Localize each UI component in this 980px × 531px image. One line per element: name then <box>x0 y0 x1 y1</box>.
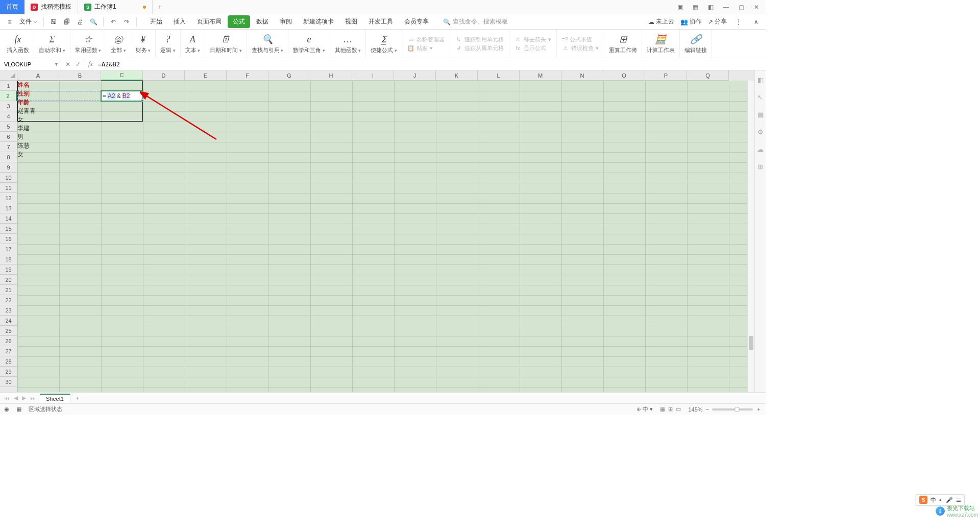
minimize-icon[interactable]: — <box>722 3 730 11</box>
app-menu-icon[interactable]: ≡ <box>4 16 15 28</box>
cell[interactable]: 女 <box>17 115 36 124</box>
row-header-4[interactable]: 4 <box>0 111 17 122</box>
tab-dev[interactable]: 开发工具 <box>363 15 398 28</box>
row-header-20[interactable]: 20 <box>0 275 17 285</box>
skin-icon[interactable]: ◧ <box>706 3 715 11</box>
col-header-Q[interactable]: Q <box>687 70 729 81</box>
redo-icon[interactable]: ↷ <box>121 16 132 28</box>
col-header-E[interactable]: E <box>185 70 227 81</box>
row-header-28[interactable]: 28 <box>0 356 17 367</box>
undo-icon[interactable]: ↶ <box>108 16 119 28</box>
col-header-F[interactable]: F <box>227 70 268 81</box>
ribbon-其他函数[interactable]: …其他函数 <box>330 30 366 58</box>
row-header-9[interactable]: 9 <box>0 162 17 173</box>
formula-input[interactable] <box>96 61 766 68</box>
tab-formula[interactable]: 公式 <box>228 15 250 28</box>
ribbon-便捷公式[interactable]: Σ̲便捷公式 <box>366 30 402 58</box>
zoom-control[interactable]: 145% − ＋ <box>688 405 762 413</box>
add-doc-tab[interactable]: ＋ <box>153 0 167 14</box>
cells-area[interactable]: 姓名性别年龄赵青青女李建男陈慧女 = A2 & B2 <box>17 81 754 392</box>
row-header-26[interactable]: 26 <box>0 336 17 346</box>
ribbon-自动求和[interactable]: Σ自动求和 <box>34 30 70 58</box>
pane-toggle-icon[interactable]: ◧ <box>756 76 765 84</box>
property-pane-icon[interactable]: ⚙ <box>756 128 765 136</box>
row-header-10[interactable]: 10 <box>0 173 17 183</box>
doc-tab-template[interactable]: D 找稻壳模板 <box>24 0 78 14</box>
save-icon[interactable]: 🖫 <box>48 16 59 28</box>
cloud-status[interactable]: ☁未上云 <box>648 17 674 26</box>
ribbon-全部[interactable]: ㊎全部 <box>106 30 131 58</box>
ribbon-逻辑[interactable]: ?逻辑 <box>156 30 181 58</box>
cell[interactable]: 女 <box>17 150 36 159</box>
sheet-tab-sheet1[interactable]: Sheet1 <box>40 394 70 403</box>
sheet-nav[interactable]: ⏮ ◀ ▶ ⏭ <box>0 395 40 401</box>
col-header-A[interactable]: A <box>17 70 59 81</box>
ribbon-重算工作簿[interactable]: ⊞重算工作簿 <box>604 30 642 58</box>
ribbon-插入函数[interactable]: fx插入函数 <box>2 30 34 58</box>
col-header-H[interactable]: H <box>310 70 352 81</box>
select-pane-icon[interactable]: ↖ <box>756 93 765 101</box>
tab-insert[interactable]: 插入 <box>168 15 191 28</box>
tab-newtab[interactable]: 新建选项卡 <box>298 15 339 28</box>
cell[interactable]: 赵青青 <box>17 107 36 115</box>
maximize-icon[interactable]: ▢ <box>737 3 745 11</box>
share-button[interactable]: ↗分享 <box>708 17 727 26</box>
cell[interactable]: 男 <box>17 133 36 141</box>
col-header-M[interactable]: M <box>520 70 561 81</box>
row-header-8[interactable]: 8 <box>0 152 17 162</box>
cell[interactable]: 性别 <box>17 89 36 98</box>
zoom-in-icon[interactable]: ＋ <box>756 405 762 413</box>
col-header-D[interactable]: D <box>143 70 185 81</box>
cell[interactable]: 李建 <box>17 124 36 133</box>
tab-layout[interactable]: 页面布局 <box>192 15 227 28</box>
cell[interactable]: 陈慧 <box>17 141 36 150</box>
row-header-15[interactable]: 15 <box>0 224 17 234</box>
tab-review[interactable]: 审阅 <box>275 15 297 28</box>
row-header-13[interactable]: 13 <box>0 203 17 213</box>
row-header-23[interactable]: 23 <box>0 305 17 316</box>
command-search[interactable]: 🔍 查找命令、搜索模板 <box>443 17 508 26</box>
row-header-29[interactable]: 29 <box>0 367 17 377</box>
accept-formula-icon[interactable]: ✓ <box>76 61 81 68</box>
sheet-first-icon[interactable]: ⏮ <box>4 395 10 401</box>
row-header-11[interactable]: 11 <box>0 183 17 193</box>
grid-apps-icon[interactable]: ▦ <box>691 3 699 11</box>
spreadsheet-grid[interactable]: ABCDEFGHIJKLMNOPQ 1234567891011121314151… <box>0 70 754 392</box>
ribbon-查找与引用[interactable]: 🔍查找与引用 <box>247 30 289 58</box>
style-pane-icon[interactable]: ▤ <box>756 110 765 118</box>
row-header-1[interactable]: 1 <box>0 81 17 91</box>
col-header-G[interactable]: G <box>268 70 310 81</box>
row-header-5[interactable]: 5 <box>0 122 17 132</box>
vertical-scrollbar[interactable] <box>747 81 754 392</box>
backup-pane-icon[interactable]: ☁ <box>756 145 765 153</box>
row-header-27[interactable]: 27 <box>0 346 17 356</box>
file-menu[interactable]: 文件 <box>17 17 39 26</box>
row-header-17[interactable]: 17 <box>0 244 17 254</box>
name-box-dropdown-icon[interactable]: ▼ <box>54 62 59 67</box>
sheet-last-icon[interactable]: ⏭ <box>30 395 36 401</box>
cell[interactable]: 年龄 <box>17 98 36 107</box>
row-header-18[interactable]: 18 <box>0 254 17 264</box>
ribbon-编辑链接[interactable]: 🔗编辑链接 <box>680 30 712 58</box>
row-header-30[interactable]: 30 <box>0 377 17 387</box>
ribbon-计算工作表[interactable]: 🧮计算工作表 <box>642 30 680 58</box>
row-header-7[interactable]: 7 <box>0 142 17 152</box>
fx-icon[interactable]: fx <box>85 60 96 68</box>
col-header-K[interactable]: K <box>436 70 478 81</box>
ribbon-日期和时间[interactable]: 🗓日期和时间 <box>205 30 247 58</box>
collapse-ribbon-icon[interactable]: ∧ <box>750 16 762 28</box>
row-header-22[interactable]: 22 <box>0 295 17 305</box>
row-header-16[interactable]: 16 <box>0 234 17 244</box>
row-headers[interactable]: 1234567891011121314151617181920212223242… <box>0 81 17 392</box>
col-header-I[interactable]: I <box>352 70 394 81</box>
ribbon-常用函数[interactable]: ☆常用函数 <box>70 30 107 58</box>
col-header-N[interactable]: N <box>561 70 603 81</box>
add-sheet-button[interactable]: ＋ <box>70 394 84 402</box>
row-header-25[interactable]: 25 <box>0 326 17 336</box>
view-pagebreak-icon[interactable]: ⊞ <box>668 406 673 413</box>
row-header-3[interactable]: 3 <box>0 101 17 111</box>
more-pane-icon[interactable]: ⊞ <box>756 162 765 171</box>
more-icon[interactable]: ⋮ <box>733 16 744 28</box>
row-header-12[interactable]: 12 <box>0 193 17 203</box>
cooperate-button[interactable]: 👥协作 <box>680 17 702 26</box>
